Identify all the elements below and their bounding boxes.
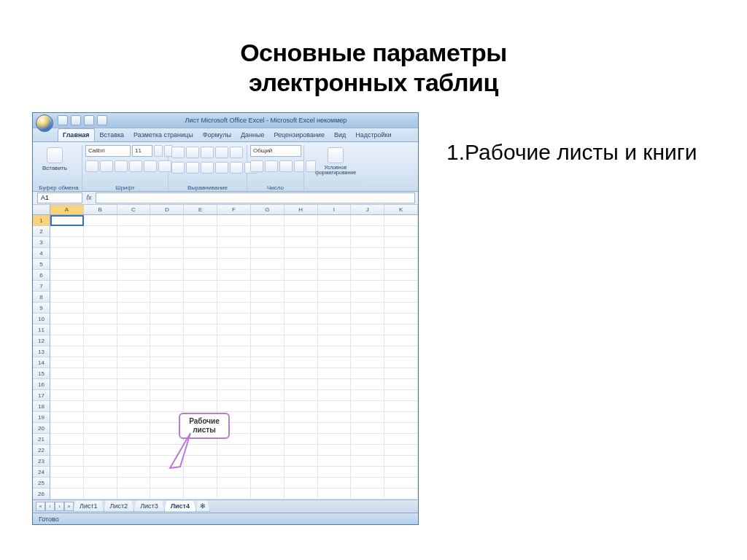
align-bottom-icon[interactable] bbox=[201, 147, 214, 158]
cell[interactable] bbox=[84, 292, 117, 303]
cell[interactable] bbox=[351, 445, 384, 456]
tab-home[interactable]: Главная bbox=[58, 128, 95, 141]
cell[interactable] bbox=[318, 226, 352, 237]
sheet-nav-prev-icon[interactable]: ‹ bbox=[45, 502, 55, 511]
cell[interactable] bbox=[251, 445, 285, 456]
col-header-I[interactable]: I bbox=[318, 205, 352, 214]
cell[interactable] bbox=[184, 270, 217, 281]
cell[interactable] bbox=[184, 226, 217, 237]
cell[interactable] bbox=[384, 281, 418, 292]
cell[interactable] bbox=[184, 401, 217, 412]
cell[interactable] bbox=[351, 489, 384, 499]
conditional-formatting-button[interactable]: Условное форматирование bbox=[307, 145, 364, 177]
cell[interactable] bbox=[351, 324, 384, 335]
row-header[interactable]: 24 bbox=[33, 467, 50, 478]
cell[interactable] bbox=[384, 467, 418, 478]
cell[interactable] bbox=[318, 324, 352, 335]
cell[interactable] bbox=[50, 346, 84, 357]
font-name-combo[interactable]: Calibri bbox=[85, 145, 131, 157]
cell[interactable] bbox=[150, 324, 184, 335]
row-header[interactable]: 14 bbox=[33, 357, 50, 368]
cell[interactable] bbox=[117, 281, 151, 292]
cell[interactable] bbox=[384, 379, 418, 390]
cell[interactable] bbox=[117, 335, 151, 346]
cell[interactable] bbox=[351, 467, 384, 478]
row-header[interactable]: 4 bbox=[33, 248, 50, 259]
cell[interactable] bbox=[351, 226, 384, 237]
cell[interactable] bbox=[50, 237, 84, 248]
cell[interactable] bbox=[50, 226, 84, 237]
cell[interactable] bbox=[184, 379, 217, 390]
cell[interactable] bbox=[251, 292, 285, 303]
cell[interactable] bbox=[217, 215, 251, 226]
tab-view[interactable]: Вид bbox=[330, 129, 350, 141]
align-left-icon[interactable] bbox=[171, 162, 185, 174]
cell[interactable] bbox=[251, 456, 285, 467]
cell[interactable] bbox=[318, 303, 352, 314]
cell[interactable] bbox=[318, 259, 352, 270]
cell[interactable] bbox=[351, 281, 384, 292]
cell[interactable] bbox=[50, 281, 84, 292]
cell[interactable] bbox=[351, 412, 384, 423]
currency-icon[interactable] bbox=[250, 160, 263, 172]
cell[interactable] bbox=[217, 324, 251, 335]
cell[interactable] bbox=[50, 357, 84, 368]
qat-custom-icon[interactable] bbox=[97, 115, 107, 125]
qat-undo-icon[interactable] bbox=[71, 115, 81, 125]
cell[interactable] bbox=[285, 379, 318, 390]
cell[interactable] bbox=[285, 445, 318, 456]
cell[interactable] bbox=[117, 390, 151, 401]
cell[interactable] bbox=[184, 324, 217, 335]
cell[interactable] bbox=[84, 412, 117, 423]
cell[interactable] bbox=[251, 434, 285, 445]
name-box[interactable]: A1 bbox=[37, 192, 82, 203]
cell[interactable] bbox=[285, 270, 318, 281]
cell[interactable] bbox=[84, 281, 117, 292]
paste-button[interactable]: Вставить bbox=[39, 145, 71, 174]
cell[interactable] bbox=[217, 346, 251, 357]
cell[interactable] bbox=[351, 456, 384, 467]
align-right-icon[interactable] bbox=[201, 162, 214, 174]
cell[interactable] bbox=[84, 368, 117, 379]
cell[interactable] bbox=[117, 292, 151, 303]
row-header[interactable]: 26 bbox=[33, 489, 50, 499]
sheet-tab-2[interactable]: Лист2 bbox=[104, 501, 135, 512]
cell[interactable] bbox=[318, 237, 352, 248]
cell[interactable] bbox=[150, 270, 184, 281]
cell[interactable] bbox=[285, 456, 318, 467]
cell[interactable] bbox=[84, 489, 117, 499]
cell[interactable] bbox=[285, 314, 318, 324]
cell[interactable] bbox=[217, 467, 251, 478]
cell[interactable] bbox=[384, 412, 418, 423]
cell[interactable] bbox=[217, 379, 251, 390]
cell[interactable] bbox=[384, 259, 418, 270]
row-header[interactable]: 20 bbox=[33, 423, 50, 434]
cell[interactable] bbox=[117, 368, 151, 379]
col-header-K[interactable]: K bbox=[384, 205, 418, 214]
cell[interactable] bbox=[150, 357, 184, 368]
comma-icon[interactable] bbox=[279, 160, 293, 172]
cell[interactable] bbox=[50, 379, 84, 390]
cell[interactable] bbox=[251, 215, 285, 226]
cell[interactable] bbox=[285, 215, 318, 226]
cell[interactable] bbox=[351, 259, 384, 270]
fill-color-icon[interactable] bbox=[144, 160, 157, 172]
cell[interactable] bbox=[217, 478, 251, 489]
row-header[interactable]: 23 bbox=[33, 456, 50, 467]
cell[interactable] bbox=[318, 467, 352, 478]
font-size-combo[interactable]: 11 bbox=[132, 145, 152, 157]
increase-font-icon[interactable] bbox=[154, 145, 163, 157]
cell[interactable] bbox=[384, 237, 418, 248]
cell[interactable] bbox=[384, 226, 418, 237]
italic-icon[interactable] bbox=[100, 160, 113, 172]
tab-addins[interactable]: Надстройки bbox=[351, 129, 395, 141]
cell[interactable] bbox=[285, 467, 318, 478]
fx-icon[interactable]: fx bbox=[82, 194, 96, 201]
cell[interactable] bbox=[184, 390, 217, 401]
cell[interactable] bbox=[351, 379, 384, 390]
cell[interactable] bbox=[384, 423, 418, 434]
cell[interactable] bbox=[117, 270, 151, 281]
cell[interactable] bbox=[184, 248, 217, 259]
cell[interactable] bbox=[84, 259, 117, 270]
cell[interactable] bbox=[150, 259, 184, 270]
